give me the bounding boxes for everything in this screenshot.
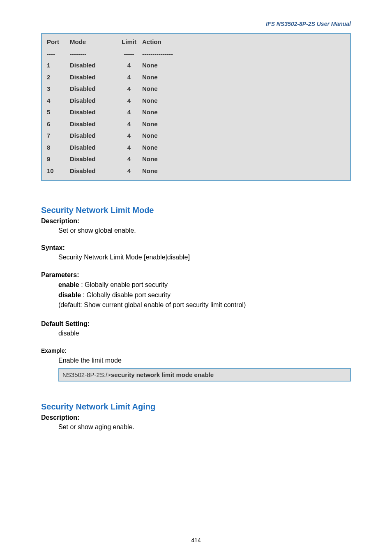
page-number: 414	[0, 537, 392, 543]
table-row: 6Disabled4None	[45, 118, 198, 130]
doc-header: IFS NS3502-8P-2S User Manual	[41, 21, 351, 27]
syntax-text: Security Network Limit Mode [enable|disa…	[58, 253, 351, 262]
example-label: Example:	[41, 347, 351, 354]
param-enable: enable : Globally enable port security	[58, 280, 351, 290]
table-row: 7Disabled4None	[45, 130, 198, 142]
table-row: 3Disabled4None	[45, 83, 198, 95]
cli-command: security network limit mode enable	[111, 371, 214, 378]
description-label-2: Description:	[41, 414, 351, 421]
col-mode-header: Mode	[68, 36, 118, 48]
table-row: 2Disabled4None	[45, 72, 198, 83]
col-limit-header: Limit	[118, 36, 141, 48]
syntax-label: Syntax:	[41, 244, 351, 252]
col-action-header: Action	[141, 36, 198, 48]
table-row: 8Disabled4None	[45, 142, 198, 154]
description-text-2: Set or show aging enable.	[58, 423, 351, 432]
param-default: (default: Show current global enable of …	[58, 300, 351, 310]
table-row: 9Disabled4None	[45, 153, 198, 165]
table-row: 5Disabled4None	[45, 106, 198, 118]
description-label: Description:	[41, 217, 351, 225]
table-header-row: Port Mode Limit Action	[45, 36, 198, 48]
section-title-limit-mode: Security Network Limit Mode	[41, 206, 351, 215]
parameters-label: Parameters:	[41, 271, 351, 279]
table-row: 1Disabled4None	[45, 60, 198, 72]
description-text: Set or show global enable.	[58, 226, 351, 235]
default-setting-label: Default Setting:	[41, 320, 351, 328]
port-mode-table: Port Mode Limit Action ---- -------- ---…	[41, 33, 351, 181]
col-port-header: Port	[45, 36, 68, 48]
table-row: 10Disabled4None	[45, 165, 198, 177]
param-disable: disable : Globally disable port security	[58, 290, 351, 301]
table-row: 4Disabled4None	[45, 95, 198, 107]
default-setting-text: disable	[58, 329, 351, 338]
example-text: Enable the limit mode	[58, 356, 351, 366]
cli-prompt: NS3502-8P-2S:/>	[62, 371, 111, 378]
section-title-limit-aging: Security Network Limit Aging	[41, 402, 351, 412]
cli-example-box: NS3502-8P-2S:/>security network limit mo…	[58, 368, 351, 382]
table-divider-row: ---- -------- ----- ---------------	[45, 48, 198, 60]
